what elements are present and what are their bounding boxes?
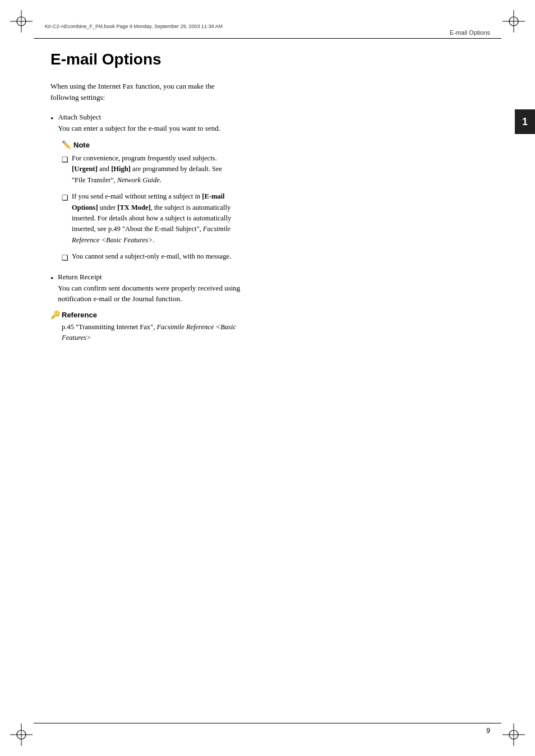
bullet-attach-subject: • Attach Subject You can enter a subject… bbox=[50, 112, 479, 133]
page: Kir-C2-AEcombine_F_FM.book Page 9 Monday… bbox=[0, 0, 535, 756]
note-item-1: ❑ For convenience, program frequently us… bbox=[62, 153, 236, 186]
note-checkbox-3: ❑ bbox=[62, 252, 68, 264]
bullet-title-2: Return Receipt bbox=[58, 271, 243, 283]
note-label: Note bbox=[73, 141, 90, 149]
reference-label: Reference bbox=[62, 311, 97, 319]
bullet-dot-1: • bbox=[50, 112, 53, 125]
chapter-number: 1 bbox=[522, 116, 528, 128]
header-file-info: Kir-C2-AEcombine_F_FM.book Page 9 Monday… bbox=[45, 24, 223, 29]
reference-text: p.45 "Transmitting Internet Fax", Facsim… bbox=[62, 322, 241, 344]
bullet-item-1: • Attach Subject You can enter a subject… bbox=[50, 112, 479, 133]
bullet-title-1: Attach Subject bbox=[58, 112, 220, 123]
bullet-desc-2: You can confirm sent documents were prop… bbox=[58, 283, 243, 305]
reference-icon: 🔑 bbox=[50, 310, 60, 320]
chapter-tab: 1 bbox=[515, 109, 535, 134]
main-content: E-mail Options When using the Internet F… bbox=[50, 50, 479, 711]
page-title: E-mail Options bbox=[50, 50, 479, 68]
header: Kir-C2-AEcombine_F_FM.book Page 9 Monday… bbox=[0, 0, 535, 42]
corner-mark-bl bbox=[10, 723, 33, 746]
bullet-item-2: • Return Receipt You can confirm sent do… bbox=[50, 271, 479, 305]
note-box: ✏️ Note ❑ For convenience, program frequ… bbox=[62, 140, 236, 264]
bullet-return-receipt: • Return Receipt You can confirm sent do… bbox=[50, 271, 479, 305]
note-item-3: ❑ You cannot send a subject-only e-mail,… bbox=[62, 251, 236, 264]
note-checkbox-1: ❑ bbox=[62, 154, 68, 165]
bullet-dot-2: • bbox=[50, 272, 53, 285]
bullet-desc-1: You can enter a subject for the e-mail y… bbox=[58, 123, 220, 134]
footer-line bbox=[34, 723, 501, 723]
note-text-1: For convenience, program frequently used… bbox=[72, 153, 234, 186]
bullet-content-2: Return Receipt You can confirm sent docu… bbox=[58, 271, 243, 305]
intro-paragraph: When using the Internet Fax function, yo… bbox=[50, 81, 241, 103]
note-icon: ✏️ bbox=[62, 140, 71, 150]
page-number: 9 bbox=[486, 727, 490, 735]
header-section-title: E-mail Options bbox=[450, 29, 490, 36]
note-item-2: ❑ If you send e-mail without setting a s… bbox=[62, 191, 236, 246]
note-checkbox-2: ❑ bbox=[62, 192, 68, 204]
reference-header: 🔑 Reference bbox=[50, 310, 479, 320]
note-text-2: If you send e-mail without setting a sub… bbox=[72, 191, 234, 246]
note-header: ✏️ Note bbox=[62, 140, 236, 150]
reference-section: 🔑 Reference p.45 "Transmitting Internet … bbox=[50, 310, 479, 344]
header-line bbox=[34, 38, 501, 39]
corner-mark-br bbox=[502, 723, 525, 746]
bullet-content-1: Attach Subject You can enter a subject f… bbox=[58, 112, 220, 133]
note-text-3: You cannot send a subject-only e-mail, w… bbox=[72, 251, 231, 262]
